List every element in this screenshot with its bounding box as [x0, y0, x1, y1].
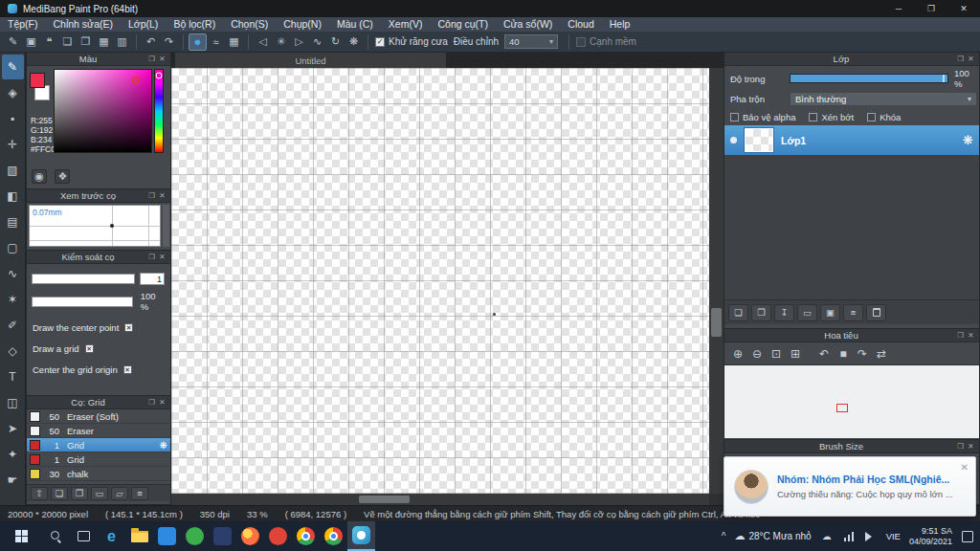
brush-item[interactable]: 50 Eraser (Soft)	[27, 409, 170, 424]
combine-layer-icon[interactable]: ≡	[843, 304, 863, 321]
snap-curve-icon[interactable]: ∿	[308, 33, 326, 51]
color-picker-marker[interactable]	[132, 77, 140, 84]
hand-tool[interactable]: ☛	[2, 468, 24, 493]
brush-tool[interactable]: ✎	[2, 55, 24, 79]
panel-close-icon[interactable]: ✕	[157, 253, 167, 261]
save-icon[interactable]: ▣	[22, 33, 40, 51]
antialias-checkbox[interactable]: ✓	[375, 37, 385, 47]
snap-rotate-icon[interactable]: ↻	[326, 33, 345, 51]
preview-scrollbar[interactable]	[163, 205, 169, 247]
brush-item[interactable]: 30 chalk	[27, 467, 170, 481]
operation-tool[interactable]: ➤	[2, 416, 24, 441]
transfer-layer-icon[interactable]: ↧	[774, 304, 794, 321]
dot-tool[interactable]: ▪	[2, 106, 24, 131]
zoom-in-icon[interactable]: ⊕	[728, 345, 747, 363]
panel-popout-icon[interactable]: ❐	[146, 191, 157, 200]
action-center-button[interactable]	[961, 530, 974, 543]
panel-close-icon[interactable]: ✕	[966, 442, 976, 451]
volume-icon[interactable]	[864, 530, 878, 543]
brush-folder-icon[interactable]: ▭	[91, 487, 108, 500]
snap-settings-icon[interactable]: ❋	[345, 33, 363, 51]
add-brush-icon[interactable]: ❏	[51, 487, 68, 500]
menu-select[interactable]: Chọn(S)	[223, 17, 276, 32]
layer-folder-icon[interactable]: ▭	[797, 304, 817, 321]
close-button[interactable]: ✕	[947, 0, 980, 17]
open-folder-icon[interactable]: ▱	[111, 487, 128, 500]
hue-slider[interactable]	[154, 69, 164, 153]
merge-layer-icon[interactable]: ▣	[820, 304, 840, 321]
panel-popout-icon[interactable]: ❐	[955, 331, 966, 340]
hue-marker[interactable]	[156, 73, 163, 79]
select-tool[interactable]: ▢	[2, 235, 24, 260]
taskbar-app-medibang[interactable]	[347, 521, 375, 551]
navigator-viewport-rect[interactable]	[836, 404, 848, 412]
brush-size-value[interactable]: 1	[140, 273, 165, 285]
brush-menu-icon[interactable]: ≡	[131, 487, 148, 500]
adjust-dropdown[interactable]: 40▾	[504, 34, 558, 49]
rotate-right-icon[interactable]: ↷	[853, 345, 872, 363]
menu-tools[interactable]: Công cụ(T)	[430, 17, 496, 32]
zoom-out-icon[interactable]: ⊖	[747, 345, 767, 363]
panel-close-icon[interactable]: ✕	[157, 55, 167, 63]
maximize-button[interactable]: ❐	[915, 0, 947, 17]
soft-edge-checkbox[interactable]	[576, 37, 586, 47]
menu-cloud[interactable]: Cloud	[560, 17, 601, 32]
copy-doc-icon[interactable]: ❐	[77, 33, 95, 51]
fill-tool[interactable]: ▧	[2, 158, 24, 183]
text-tool[interactable]: T	[2, 364, 24, 389]
foreground-color-swatch[interactable]	[30, 73, 45, 88]
brush-tip-circle-icon[interactable]: ●	[189, 33, 207, 51]
snap-radial-icon[interactable]: ✳	[272, 33, 290, 51]
protect-alpha-checkbox[interactable]	[730, 113, 739, 121]
vertical-scroll-thumb[interactable]	[711, 308, 722, 337]
snap-off-icon[interactable]: ◁	[254, 33, 272, 51]
eyedropper-tool[interactable]: ✦	[2, 442, 24, 467]
task-view-button[interactable]	[70, 521, 98, 551]
panel-popout-icon[interactable]: ❐	[146, 253, 157, 261]
pen-icon[interactable]: ✎	[4, 33, 22, 51]
magic-wand-tool[interactable]: ✶	[2, 287, 24, 312]
select-pen-tool[interactable]: ✐	[2, 313, 24, 338]
duplicate-layer-icon[interactable]: ❐	[751, 304, 771, 321]
menu-file[interactable]: Tệp(F)	[0, 17, 46, 32]
panel-close-icon[interactable]: ✕	[157, 191, 167, 200]
onedrive-icon[interactable]: ☁	[820, 530, 834, 543]
layer-visibility-icon[interactable]	[730, 137, 737, 143]
eraser-tool[interactable]: ◈	[2, 80, 24, 105]
move-tool[interactable]: ✛	[2, 132, 24, 157]
start-button[interactable]	[0, 521, 42, 551]
clock-widget[interactable]: 9:51 SA 04/09/2021	[909, 526, 952, 547]
brush-stroke-icon[interactable]: ≈	[207, 33, 225, 51]
flip-horizontal-icon[interactable]: ⇄	[872, 345, 891, 363]
menu-capture[interactable]: Chụp(N)	[276, 17, 329, 32]
horizontal-scroll-thumb[interactable]	[359, 496, 410, 503]
lock-checkbox[interactable]	[867, 113, 876, 121]
palette-icon[interactable]: ❖	[55, 169, 70, 184]
comment-icon[interactable]: ❝	[40, 33, 58, 51]
taskbar-app-chrome-1[interactable]	[292, 521, 320, 551]
panel-close-icon[interactable]: ✕	[966, 55, 976, 63]
taskbar-app-dark[interactable]	[209, 521, 236, 551]
blend-mode-dropdown[interactable]: Bình thường▾	[790, 92, 977, 106]
brush-size-slider[interactable]	[32, 274, 135, 284]
menu-view[interactable]: Xem(V)	[381, 17, 431, 32]
taskbar-app-firefox[interactable]	[236, 521, 264, 551]
lasso-tool[interactable]: ∿	[2, 261, 24, 286]
minimize-button[interactable]: ─	[882, 0, 915, 17]
weather-widget[interactable]: ☁ 28°C Mưa nhỏ	[734, 530, 811, 542]
panel-close-icon[interactable]: ✕	[157, 398, 167, 407]
zoom-actual-icon[interactable]: ⊞	[786, 345, 805, 363]
color-wheel-icon[interactable]: ◉	[32, 169, 47, 184]
menu-color[interactable]: Màu (C)	[329, 17, 381, 32]
gradient-tool[interactable]: ▤	[2, 209, 24, 234]
undo-button[interactable]: ↶	[142, 33, 160, 51]
hidden-icons-chevron[interactable]: ^	[722, 531, 726, 541]
network-icon[interactable]	[842, 530, 856, 543]
document-tab[interactable]: Untitled	[175, 53, 446, 68]
panel-popout-icon[interactable]: ❐	[955, 55, 966, 63]
panel-popout-icon[interactable]: ❐	[146, 398, 157, 407]
menu-filter[interactable]: Bộ lọc(R)	[166, 17, 223, 32]
select-eraser-tool[interactable]: ◇	[2, 339, 24, 364]
taskbar-app-edge[interactable]: e	[98, 521, 125, 551]
canvas[interactable]	[171, 68, 709, 494]
